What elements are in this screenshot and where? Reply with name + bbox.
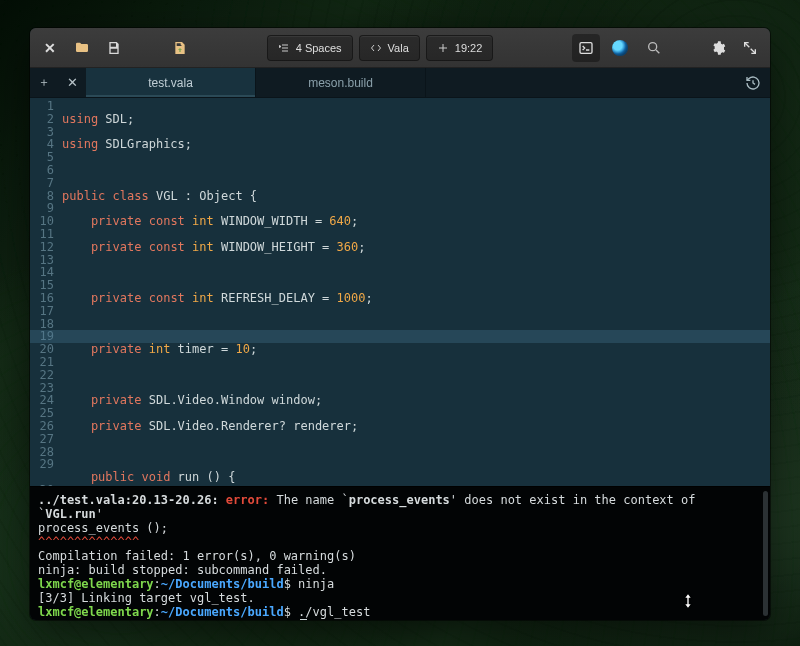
tab-strip: ＋ ✕ test.vala meson.build bbox=[30, 68, 770, 98]
code-area[interactable]: using SDL; using SDLGraphics; public cla… bbox=[60, 98, 770, 486]
terminal-panel[interactable]: ../test.vala:20.13-20.26: error: The nam… bbox=[30, 486, 770, 620]
maximize-button[interactable] bbox=[736, 34, 764, 62]
status-pills: 4 Spaces Vala 19:22 bbox=[267, 35, 494, 61]
error-tag: error: bbox=[219, 493, 270, 507]
new-tab-button[interactable]: ＋ bbox=[30, 68, 58, 97]
svg-rect-0 bbox=[580, 42, 592, 53]
open-folder-button[interactable] bbox=[68, 34, 96, 62]
language-label: Vala bbox=[388, 42, 409, 54]
link-output: [3/3] Linking target vgl_test. bbox=[38, 591, 762, 605]
history-button[interactable] bbox=[736, 68, 770, 97]
cursor-position[interactable]: 19:22 bbox=[426, 35, 494, 61]
error-snippet: process_events (); bbox=[38, 521, 762, 535]
indent-selector[interactable]: 4 Spaces bbox=[267, 35, 353, 61]
terminal-command: ./vgl_test bbox=[298, 605, 370, 619]
globe-icon bbox=[612, 40, 628, 56]
prompt-user: lxmcf@elementary bbox=[38, 577, 154, 591]
terminal-toggle-button[interactable] bbox=[572, 34, 600, 62]
indent-label: 4 Spaces bbox=[296, 42, 342, 54]
tab-label: test.vala bbox=[148, 76, 193, 90]
terminal-command: ninja bbox=[298, 577, 334, 591]
tab-meson-build[interactable]: meson.build bbox=[256, 68, 426, 97]
window-close-button[interactable]: ✕ bbox=[36, 34, 64, 62]
error-location: ../test.vala:20.13-20.26: bbox=[38, 493, 219, 507]
language-selector[interactable]: Vala bbox=[359, 35, 420, 61]
browser-preview-button[interactable] bbox=[606, 34, 634, 62]
settings-button[interactable] bbox=[704, 34, 732, 62]
tab-label: meson.build bbox=[308, 76, 373, 90]
headerbar: ✕ 4 Spaces Vala 19:22 bbox=[30, 28, 770, 68]
save-button[interactable] bbox=[100, 34, 128, 62]
revert-button[interactable] bbox=[166, 34, 194, 62]
line-gutter: 1234567891011121314151617181920212223242… bbox=[30, 98, 60, 486]
ninja-status: ninja: build stopped: subcommand failed. bbox=[38, 563, 762, 577]
editor-window: ✕ 4 Spaces Vala 19:22 bbox=[30, 28, 770, 620]
close-tab-button[interactable]: ✕ bbox=[58, 68, 86, 97]
error-caret: ^^^^^^^^^^^^^^ bbox=[38, 535, 762, 549]
code-editor[interactable]: 1234567891011121314151617181920212223242… bbox=[30, 98, 770, 486]
terminal-scrollbar[interactable] bbox=[763, 491, 768, 616]
prompt-path: ~/Documents/build bbox=[161, 577, 284, 591]
compile-status: Compilation failed: 1 error(s), 0 warnin… bbox=[38, 549, 762, 563]
search-button[interactable] bbox=[640, 34, 668, 62]
cursor-label: 19:22 bbox=[455, 42, 483, 54]
tab-test-vala[interactable]: test.vala bbox=[86, 68, 256, 97]
svg-point-1 bbox=[649, 42, 657, 50]
terminal-cursor bbox=[300, 619, 307, 620]
